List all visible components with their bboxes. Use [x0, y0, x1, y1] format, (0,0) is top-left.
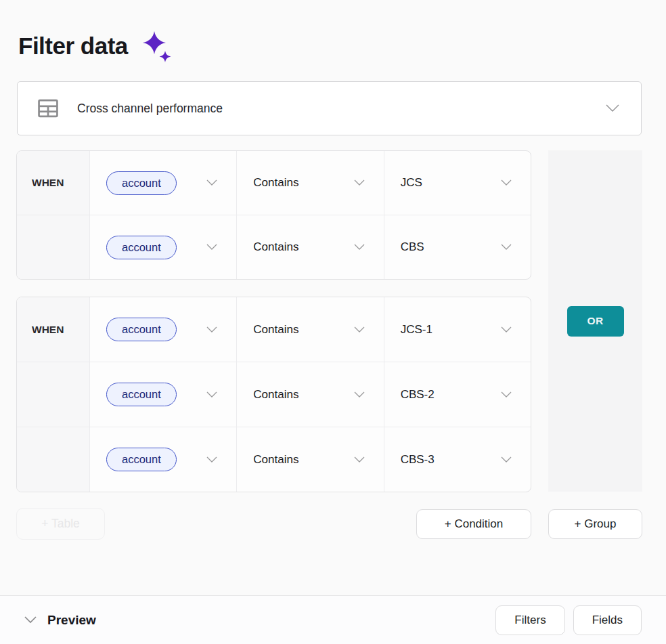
condition-value: CBS-3: [401, 453, 435, 467]
value-select[interactable]: CBS: [384, 215, 531, 279]
page-header: Filter data: [18, 26, 173, 66]
sparkles-icon: [141, 30, 173, 66]
chevron-down-icon: [206, 391, 217, 398]
field-select[interactable]: account: [89, 362, 236, 427]
value-select[interactable]: CBS-2: [384, 362, 531, 427]
chevron-down-icon: [501, 326, 512, 333]
value-select[interactable]: CBS-3: [384, 427, 531, 492]
value-select[interactable]: JCS-1: [384, 297, 531, 362]
selected-table-label: Cross channel performance: [77, 102, 590, 116]
chevron-down-icon: [501, 456, 512, 463]
operator-value: Contains: [253, 240, 298, 254]
operator-value: Contains: [253, 323, 298, 337]
when-spacer: [17, 427, 89, 492]
chevron-down-icon: [501, 179, 512, 186]
fields-button[interactable]: Fields: [573, 605, 642, 635]
group-join-panel: OR: [548, 150, 642, 492]
field-pill[interactable]: account: [106, 236, 177, 259]
chevron-down-icon: [206, 326, 217, 333]
when-label: WHEN: [17, 151, 89, 215]
chevron-down-icon: [206, 244, 217, 251]
field-pill[interactable]: account: [106, 383, 177, 406]
operator-value: Contains: [253, 388, 298, 402]
operator-select[interactable]: Contains: [236, 151, 383, 215]
condition-row: account Contains CBS-2: [17, 362, 531, 427]
or-join-button[interactable]: OR: [567, 306, 624, 337]
table-icon: [35, 95, 61, 121]
chevron-down-icon: [354, 391, 365, 398]
chevron-down-icon: [24, 616, 37, 624]
field-pill[interactable]: account: [106, 171, 177, 195]
condition-row: account Contains CBS: [17, 215, 531, 279]
chevron-down-icon: [206, 179, 217, 186]
operator-select[interactable]: Contains: [236, 215, 383, 279]
operator-value: Contains: [253, 176, 298, 190]
operator-select[interactable]: Contains: [236, 362, 383, 427]
filters-button[interactable]: Filters: [495, 605, 564, 635]
field-select[interactable]: account: [89, 427, 236, 492]
operator-value: Contains: [253, 453, 298, 467]
field-select[interactable]: account: [89, 215, 236, 279]
add-group-button[interactable]: + Group: [548, 509, 642, 539]
filter-group-1: WHEN account Contains JCS account Contai…: [16, 150, 531, 280]
add-table-button[interactable]: + Table: [16, 508, 105, 540]
preview-bar: Preview Filters Fields: [0, 596, 666, 644]
field-select[interactable]: account: [89, 297, 236, 362]
preview-actions: Filters Fields: [495, 605, 642, 635]
add-condition-button[interactable]: + Condition: [416, 509, 531, 539]
when-label: WHEN: [17, 297, 89, 362]
field-pill[interactable]: account: [106, 448, 177, 471]
condition-value: CBS: [401, 240, 424, 254]
condition-value: CBS-2: [401, 388, 435, 402]
when-spacer: [17, 362, 89, 427]
page-title: Filter data: [18, 33, 128, 60]
chevron-down-icon: [354, 326, 365, 333]
preview-collapse-toggle[interactable]: Preview: [24, 613, 96, 628]
field-pill[interactable]: account: [106, 318, 177, 341]
condition-value: JCS: [401, 176, 422, 190]
filter-group-2: WHEN account Contains JCS-1 account Cont…: [16, 297, 531, 492]
preview-title: Preview: [47, 613, 96, 628]
operator-select[interactable]: Contains: [236, 427, 383, 492]
chevron-down-icon: [354, 244, 365, 251]
condition-row: WHEN account Contains JCS-1: [17, 297, 531, 362]
condition-row: account Contains CBS-3: [17, 427, 531, 492]
value-select[interactable]: JCS: [384, 151, 531, 215]
condition-value: JCS-1: [401, 323, 432, 337]
when-spacer: [17, 215, 89, 279]
table-selector-dropdown[interactable]: Cross channel performance: [17, 81, 642, 135]
chevron-down-icon: [206, 456, 217, 463]
chevron-down-icon: [501, 244, 512, 251]
operator-select[interactable]: Contains: [236, 297, 383, 362]
chevron-down-icon: [354, 179, 365, 186]
field-select[interactable]: account: [89, 151, 236, 215]
filter-data-screen: Filter data Cross channel performance WH…: [0, 0, 666, 644]
chevron-down-icon: [501, 391, 512, 398]
chevron-down-icon: [354, 456, 365, 463]
condition-row: WHEN account Contains JCS: [17, 151, 531, 215]
chevron-down-icon: [606, 104, 619, 112]
